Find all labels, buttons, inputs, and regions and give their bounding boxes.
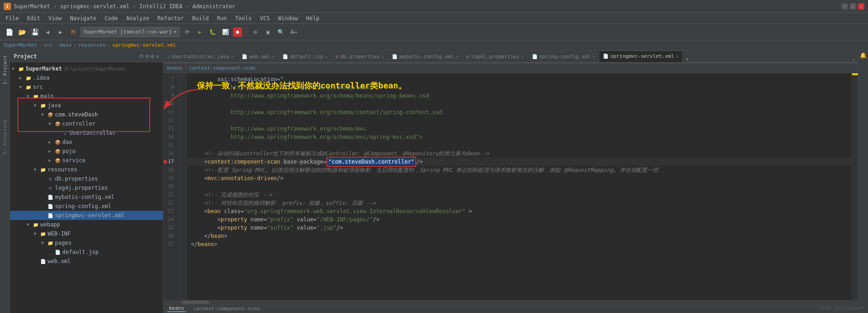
project-panel: Project ⟳ ⊟ ⚙ ✕ ▼ 📁 SuperMarket D:\proje… (10, 50, 163, 313)
editor-breadcrumb: beans › context:component-scan (163, 63, 858, 73)
horizontal-scrollbar[interactable] (163, 300, 858, 304)
bc-src[interactable]: src (43, 42, 53, 48)
menu-view[interactable]: View (45, 14, 65, 22)
code-line-16: <!--自动扫描controller包下的所有被标注成@Controller、@… (187, 149, 852, 158)
tab-usercontroller[interactable]: ☕ UserController.java ✕ (163, 50, 238, 62)
tree-item-service[interactable]: ▶ 📦 service (10, 156, 163, 165)
webinf-folder-icon: 📁 (39, 230, 47, 237)
tab-defaultjsp[interactable]: 📄 default.jsp ✕ (279, 50, 332, 62)
debug-button[interactable]: 🐛 (207, 27, 218, 38)
tree-item-usercontroller[interactable]: ▶ ☕ UserController (10, 128, 163, 137)
translate-button[interactable]: A↔ (288, 27, 299, 38)
bc-file[interactable]: springmvc-servlet.xml (112, 42, 176, 48)
tree-item-pages[interactable]: ▼ 📁 pages (10, 238, 163, 247)
maximize-button[interactable]: □ (850, 3, 856, 10)
minimize-button[interactable]: ─ (841, 3, 848, 10)
tree-item-pojo[interactable]: ▶ 📦 pojo (10, 147, 163, 156)
reload-button[interactable]: ⟳ (182, 27, 193, 38)
tree-item-root[interactable]: ▼ 📁 SuperMarket D:\project\SuperMarket (10, 64, 163, 73)
menu-refactor[interactable]: Refactor (154, 14, 188, 22)
menu-window[interactable]: Window (274, 14, 301, 22)
menu-vcs[interactable]: VCS (256, 14, 274, 22)
tree-item-webxml[interactable]: ▶ 📄 web.xml (10, 257, 163, 266)
back-button[interactable]: ◀ (42, 27, 53, 38)
menu-tools[interactable]: Tools (232, 14, 255, 22)
bottom-tab-context[interactable]: context:component-scan (191, 306, 262, 312)
notifications-icon[interactable]: 🔔 (860, 52, 867, 59)
package-icon: 📦 (47, 111, 54, 118)
tab-springconfig[interactable]: 📄 spring-config.xml ✕ (528, 50, 600, 62)
tree-item-defaultjsp[interactable]: ▶ 📄 default.jsp (10, 247, 163, 257)
tab-dbprops[interactable]: ⚙ db.properties ✕ (332, 50, 388, 62)
springmvc-file-icon: 📄 (47, 212, 54, 219)
tab-springmvc[interactable]: 📄 springmvc-servlet.xml ✕ (599, 50, 683, 62)
pojo-pkg-icon: 📦 (54, 148, 61, 155)
settings-button[interactable]: ⚙ (250, 27, 261, 38)
save-button[interactable]: 💾 (29, 27, 40, 38)
bc-main[interactable]: main (60, 42, 72, 48)
search-button[interactable]: 🔍 (276, 27, 287, 38)
bc-resources[interactable]: resources (78, 42, 106, 48)
tree-item-src[interactable]: ▼ 📁 src (10, 82, 163, 92)
coverage-button[interactable]: 📊 (220, 27, 231, 38)
tree-item-mybatis[interactable]: ▶ 📄 mybatis-config.xml (10, 192, 163, 202)
menu-edit[interactable]: Edit (23, 14, 44, 22)
code-line-27: </beans> (187, 240, 852, 248)
tree-item-resources[interactable]: ▼ 📁 resources (10, 165, 163, 174)
menu-navigate[interactable]: Navigate (66, 14, 100, 22)
controller-pkg-icon: 📦 (54, 120, 61, 127)
tree-item-main[interactable]: ▼ 📁 main (10, 92, 163, 101)
terminal-button[interactable]: ▣ (263, 27, 274, 38)
bottom-tab-beans[interactable]: beans (167, 305, 186, 312)
run-config-dropdown[interactable]: SuperMarket [tomcat7:run-war] ▾ (81, 27, 180, 37)
tree-item-log4jprops[interactable]: ▶ ⚙ log4j.properties (10, 183, 163, 192)
tree-item-dao[interactable]: ▶ 📦 dao (10, 137, 163, 147)
menu-analyze[interactable]: Analyze (122, 14, 153, 22)
menu-build[interactable]: Build (189, 14, 212, 22)
code-lines[interactable]: xsi:schemaLocation=" http://www.springfr… (187, 73, 852, 300)
tree-item-controller[interactable]: ▼ 📦 controller (10, 119, 163, 128)
window-controls[interactable]: ─ □ ✕ (841, 3, 864, 10)
sync-icon[interactable]: ⟳ (139, 53, 144, 60)
collapse-icon[interactable]: ⊟ (146, 53, 149, 60)
open-button[interactable]: 📂 (16, 27, 27, 38)
bookmark-button[interactable]: M (68, 27, 79, 38)
tree-item-dbprops[interactable]: ▶ ⚙ db.properties (10, 174, 163, 183)
menu-code[interactable]: Code (101, 14, 122, 22)
tree-item-com-stevedash[interactable]: ▼ 📦 com.steveDash (10, 110, 163, 119)
tree-item-springmvc[interactable]: ▶ 📄 springmvc-servlet.xml (10, 211, 163, 220)
tab-project[interactable]: 1: Project (2, 52, 8, 87)
stop-button[interactable]: ■ (233, 27, 242, 37)
code-line-21: <!-- 完成视图的对应 --> (187, 191, 852, 199)
more-tabs-button[interactable]: ▾ (683, 56, 691, 62)
tree-item-webinf[interactable]: ▼ 📁 WEB-INF (10, 229, 163, 238)
tab-structure[interactable]: 7: Structure (2, 116, 8, 157)
mybatis-tab-icon: 📄 (392, 54, 397, 59)
run-button[interactable]: ▶ (195, 27, 206, 38)
new-file-button[interactable]: 📄 (4, 27, 15, 38)
close-button[interactable]: ✕ (858, 3, 864, 10)
menu-run[interactable]: Run (213, 14, 231, 22)
tree-item-springconfig[interactable]: ▶ 📄 spring-config.xml (10, 202, 163, 211)
menu-file[interactable]: File (2, 14, 22, 22)
menu-help[interactable]: Help (303, 14, 323, 22)
editor-expand-icon[interactable]: ◁ (848, 57, 858, 62)
tab-mybatis[interactable]: 📄 mybatis-config.xml ✕ (388, 50, 462, 62)
tree-item-idea[interactable]: ▶ 📁 .idea (10, 73, 163, 82)
code-line-26: </bean> (187, 232, 852, 240)
eb-context-scan[interactable]: context:component-scan (189, 65, 256, 71)
gear-icon[interactable]: ⚙ (151, 53, 154, 60)
eb-beans[interactable]: beans (167, 65, 182, 71)
code-line-18: <!--配置 Spring MVC, 以便启用注解驱动的控制器和处理器映射。当启… (187, 166, 852, 174)
tab-log4j[interactable]: ⚙ log4j.properties ✕ (463, 50, 528, 62)
left-sidebar-tabs: 1: Project 7: Structure (0, 50, 10, 313)
tree-item-java[interactable]: ▼ 📁 java (10, 101, 163, 110)
tab-webxml[interactable]: 📄 web.xml ✕ (238, 50, 279, 62)
code-line-9: http://www.springframework.org/schema/be… (187, 92, 852, 100)
forward-button[interactable]: ▶ (55, 27, 66, 38)
dropdown-arrow-icon: ▾ (174, 29, 177, 35)
bc-supermarket[interactable]: SuperMarket (4, 42, 37, 48)
java-file-icon: ☕ (61, 129, 69, 137)
tree-item-webapp[interactable]: ▼ 📁 webapp (10, 220, 163, 229)
close-panel-icon[interactable]: ✕ (156, 53, 159, 60)
